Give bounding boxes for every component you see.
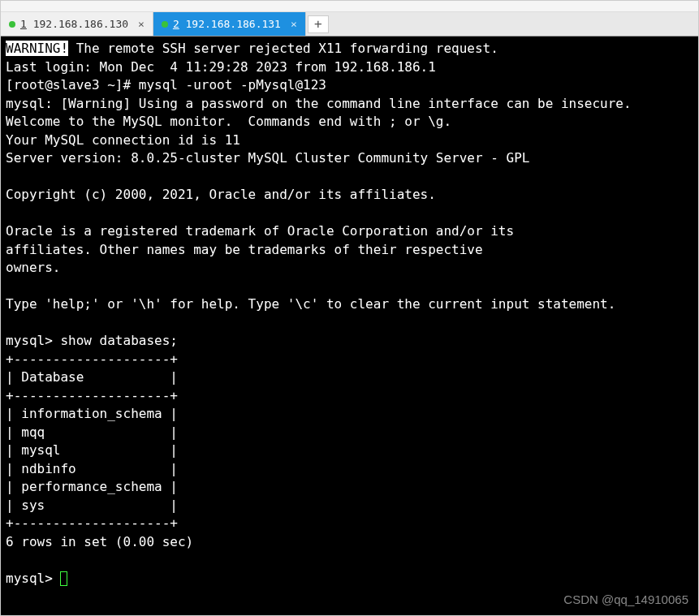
tab-label: 1 192.168.186.130 (20, 18, 128, 30)
table-row: | mysql | (6, 442, 178, 458)
connection-id-line: Your MySQL connection id is 11 (6, 132, 240, 148)
shell-prompt-line: [root@slave3 ~]# mysql -uroot -pMysql@12… (6, 77, 326, 93)
table-row: | ndbinfo | (6, 461, 178, 476)
close-icon[interactable]: × (291, 18, 297, 30)
table-header: | Database | (6, 369, 178, 385)
tab-1[interactable]: 1 192.168.186.130 × (1, 12, 153, 36)
cursor-icon (60, 571, 67, 586)
table-row: | information_schema | (6, 406, 178, 421)
watermark: CSDN @qq_14910065 (563, 591, 688, 610)
mysql-prompt: mysql> (6, 571, 60, 586)
window-toolbar (1, 1, 698, 12)
table-border: +--------------------+ (6, 515, 178, 531)
table-row: | mqq | (6, 424, 178, 440)
table-border: +--------------------+ (6, 351, 178, 367)
server-version-line: Server version: 8.0.25-cluster MySQL Clu… (6, 150, 529, 166)
mysql-query-line: mysql> show databases; (6, 333, 178, 348)
table-row: | performance_schema | (6, 479, 178, 494)
terminal-window: 1 192.168.186.130 × 2 192.168.186.131 × … (0, 0, 699, 616)
table-row: | sys | (6, 498, 178, 513)
tab-label: 2 192.168.186.131 (173, 18, 281, 30)
trademark-line: Oracle is a registered trademark of Orac… (6, 223, 514, 239)
welcome-line: Welcome to the MySQL monitor. Commands e… (6, 114, 451, 129)
tab-bar: 1 192.168.186.130 × 2 192.168.186.131 × … (1, 12, 698, 37)
warning-text: The remote SSH server rejected X11 forwa… (68, 41, 498, 56)
add-tab-button[interactable]: + (308, 15, 329, 33)
terminal-output[interactable]: WARNING! The remote SSH server rejected … (1, 37, 698, 615)
help-line: Type 'help;' or '\h' for help. Type '\c'… (6, 296, 615, 312)
trademark-line: affiliates. Other names may be trademark… (6, 242, 483, 257)
last-login-line: Last login: Mon Dec 4 11:29:28 2023 from… (6, 59, 436, 75)
close-icon[interactable]: × (138, 18, 145, 30)
trademark-line: owners. (6, 260, 60, 275)
status-dot-icon (9, 21, 15, 28)
warning-badge: WARNING! (6, 41, 68, 56)
mysql-warning-line: mysql: [Warning] Using a password on the… (6, 96, 632, 111)
status-dot-icon (162, 21, 168, 28)
tab-2[interactable]: 2 192.168.186.131 × (153, 12, 306, 36)
table-border: +--------------------+ (6, 388, 178, 403)
result-summary: 6 rows in set (0.00 sec) (6, 534, 193, 549)
copyright-line: Copyright (c) 2000, 2021, Oracle and/or … (6, 187, 436, 202)
